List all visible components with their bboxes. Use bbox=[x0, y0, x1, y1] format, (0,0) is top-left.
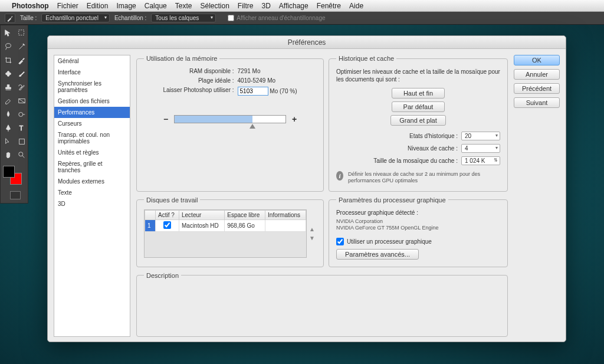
preset-tall-thin-button[interactable]: Haut et fin bbox=[392, 88, 445, 99]
history-cache-group: Historique et cache Optimiser les niveau… bbox=[329, 55, 508, 192]
memory-legend: Utilisation de la mémoire bbox=[144, 55, 219, 62]
gpu-advanced-button[interactable]: Paramètres avancés... bbox=[336, 249, 419, 260]
menu-text[interactable]: Texte bbox=[175, 2, 192, 10]
menu-file[interactable]: Fichier bbox=[57, 2, 78, 10]
gpu-model: NVIDIA GeForce GT 755M OpenGL Engine bbox=[336, 225, 500, 232]
col-reader: Lecteur bbox=[179, 210, 225, 219]
wand-tool-icon[interactable] bbox=[15, 40, 28, 53]
move-disk-down-button[interactable]: ▼ bbox=[309, 235, 316, 241]
cache-levels-dropdown[interactable]: 4 bbox=[461, 144, 500, 153]
ideal-range-label: Plage idéale : bbox=[163, 77, 234, 84]
preset-big-flat-button[interactable]: Grand et plat bbox=[390, 115, 446, 126]
cache-info-text: Définir les niveaux de cache sur 2 au mi… bbox=[348, 171, 500, 184]
foreground-color-swatch[interactable] bbox=[3, 166, 15, 178]
sampling-ring-checkbox[interactable]: Afficher anneau d'échantillonnage bbox=[228, 15, 325, 21]
gpu-settings-group: Paramètres du processeur graphique Proce… bbox=[329, 196, 508, 267]
sidebar-item-sync[interactable]: Synchroniser les paramètres bbox=[54, 78, 130, 96]
active-tool-icon[interactable] bbox=[5, 14, 15, 23]
sidebar-item-units[interactable]: Unités et règles bbox=[54, 147, 130, 158]
dodge-tool-icon[interactable] bbox=[15, 108, 28, 121]
path-select-tool-icon[interactable] bbox=[2, 135, 15, 148]
history-brush-tool-icon[interactable] bbox=[15, 81, 28, 94]
sidebar-item-plugins[interactable]: Modules externes bbox=[54, 176, 130, 187]
col-active: Actif ? bbox=[156, 210, 179, 219]
table-row[interactable]: 1 Macintosh HD 968,86 Go bbox=[145, 219, 306, 231]
menu-window[interactable]: Fenêtre bbox=[317, 2, 341, 10]
menu-image[interactable]: Image bbox=[116, 2, 136, 10]
sidebar-item-interface[interactable]: Interface bbox=[54, 67, 130, 78]
dialog-title: Préférences bbox=[48, 36, 566, 49]
memory-unit-label: Mo (70 %) bbox=[270, 88, 297, 94]
col-info: Informations bbox=[265, 210, 306, 219]
macos-menubar: Photoshop Fichier Edition Image Calque T… bbox=[0, 0, 604, 12]
blur-tool-icon[interactable] bbox=[2, 108, 15, 121]
preset-default-button[interactable]: Par défaut bbox=[392, 101, 445, 112]
history-states-label: Etats d'historique : bbox=[373, 133, 458, 139]
type-tool-icon[interactable]: T bbox=[15, 122, 28, 135]
col-free: Espace libre bbox=[225, 210, 265, 219]
healing-tool-icon[interactable] bbox=[2, 67, 15, 80]
svg-point-8 bbox=[19, 152, 23, 156]
size-label: Taille : bbox=[20, 15, 37, 21]
move-tool-icon[interactable] bbox=[2, 27, 15, 40]
brush-tool-icon[interactable] bbox=[15, 67, 28, 80]
menu-layer[interactable]: Calque bbox=[145, 2, 167, 10]
memory-decrease-button[interactable]: − bbox=[162, 114, 169, 124]
info-icon: i bbox=[336, 171, 343, 181]
sidebar-item-filehandling[interactable]: Gestion des fichiers bbox=[54, 96, 130, 107]
menu-help[interactable]: Aide bbox=[349, 2, 363, 10]
stamp-tool-icon[interactable] bbox=[2, 81, 15, 94]
quickmask-toggle[interactable] bbox=[2, 189, 28, 202]
sidebar-item-performance[interactable]: Performances bbox=[54, 107, 130, 118]
sample-layers-dropdown[interactable]: Tous les calques bbox=[151, 14, 216, 22]
svg-rect-3 bbox=[7, 71, 9, 77]
ideal-range-value: 4010-5249 Mo bbox=[238, 77, 297, 84]
eraser-tool-icon[interactable] bbox=[2, 94, 15, 107]
description-group: Description bbox=[136, 272, 508, 337]
prev-button[interactable]: Précédent bbox=[514, 83, 560, 94]
ok-button[interactable]: OK bbox=[514, 55, 560, 65]
cache-levels-label: Niveaux de cache : bbox=[373, 145, 458, 152]
history-legend: Historique et cache bbox=[336, 55, 396, 62]
sidebar-item-general[interactable]: Général bbox=[54, 55, 130, 67]
move-disk-up-button[interactable]: ▲ bbox=[309, 226, 316, 232]
history-states-dropdown[interactable]: 20 bbox=[461, 132, 500, 140]
hand-tool-icon[interactable] bbox=[2, 149, 15, 162]
menu-filter[interactable]: Filtre bbox=[238, 2, 254, 10]
use-gpu-checkbox[interactable]: Utiliser un processeur graphique bbox=[336, 238, 500, 245]
scratch-disk-table[interactable]: Actif ? Lecteur Espace libre Information… bbox=[144, 209, 307, 258]
menu-edit[interactable]: Edition bbox=[87, 2, 109, 10]
sidebar-item-type[interactable]: Texte bbox=[54, 187, 130, 198]
cancel-button[interactable]: Annuler bbox=[514, 69, 560, 80]
eyedropper-tool-icon[interactable] bbox=[15, 54, 28, 67]
app-name[interactable]: Photoshop bbox=[12, 2, 49, 10]
sidebar-item-3d[interactable]: 3D bbox=[54, 198, 130, 209]
crop-tool-icon[interactable] bbox=[2, 54, 15, 67]
memory-slider[interactable] bbox=[174, 115, 286, 123]
gradient-tool-icon[interactable] bbox=[15, 94, 28, 107]
sidebar-item-transparency[interactable]: Transp. et coul. non imprimables bbox=[54, 129, 130, 147]
menu-view[interactable]: Affichage bbox=[279, 2, 308, 10]
zoom-tool-icon[interactable] bbox=[15, 149, 28, 162]
menu-selection[interactable]: Sélection bbox=[200, 2, 229, 10]
next-button[interactable]: Suivant bbox=[514, 97, 560, 108]
cache-tile-stepper[interactable]: 1 024 K bbox=[461, 156, 500, 165]
svg-point-5 bbox=[19, 113, 23, 117]
dialog-buttons: OK Annuler Précédent Suivant bbox=[514, 55, 560, 337]
sidebar-item-cursors[interactable]: Curseurs bbox=[54, 118, 130, 129]
cache-tile-label: Taille de la mosaïque du cache : bbox=[373, 158, 458, 164]
disk-active-checkbox[interactable] bbox=[163, 221, 171, 229]
memory-increase-button[interactable]: + bbox=[291, 114, 298, 124]
color-swatch[interactable] bbox=[2, 165, 28, 188]
svg-rect-0 bbox=[19, 30, 24, 35]
ram-available-value: 7291 Mo bbox=[238, 68, 297, 74]
memory-amount-input[interactable] bbox=[238, 87, 268, 96]
sidebar-item-guides[interactable]: Repères, grille et tranches bbox=[54, 158, 130, 176]
sample-size-dropdown[interactable]: Echantillon ponctuel bbox=[41, 14, 110, 22]
shape-tool-icon[interactable] bbox=[15, 135, 28, 148]
menu-3d[interactable]: 3D bbox=[262, 2, 271, 10]
marquee-tool-icon[interactable] bbox=[15, 27, 28, 40]
let-use-label: Laisser Photoshop utiliser : bbox=[163, 87, 234, 96]
pen-tool-icon[interactable] bbox=[2, 122, 15, 135]
lasso-tool-icon[interactable] bbox=[2, 40, 15, 53]
